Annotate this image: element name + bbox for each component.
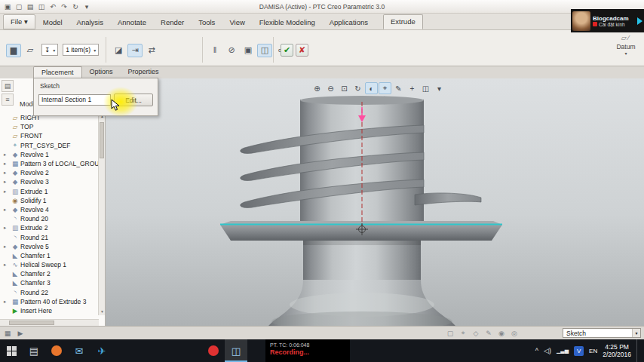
- panel-tab-placement[interactable]: Placement: [33, 66, 82, 78]
- expand-arrow-icon[interactable]: ▸: [4, 179, 11, 185]
- tree-item-revolve-3[interactable]: ▸◆Revolve 3: [0, 177, 98, 186]
- expand-arrow-icon[interactable]: ▸: [4, 207, 11, 213]
- select-annotations-icon[interactable]: ✎: [483, 328, 494, 338]
- 3d-model-viewport[interactable]: [106, 78, 644, 326]
- qat-more-icon[interactable]: ▾: [82, 3, 91, 11]
- datum-axis-tool-icon[interactable]: ⁄: [628, 34, 631, 41]
- more-views-icon[interactable]: ▾: [433, 82, 446, 94]
- thicken-sketch-icon[interactable]: ⇥: [127, 44, 143, 57]
- datum-group[interactable]: ▱⁄ Datum ▾: [612, 34, 639, 56]
- graphics-area[interactable]: ⊕⊖⊡↻◐⌖✎+◫▾: [106, 78, 644, 326]
- tree-item-chamfer-3[interactable]: ◣Chamfer 3: [0, 278, 98, 287]
- depth-value-field[interactable]: 1 item(s) ▾: [63, 44, 99, 56]
- unikey-input-icon[interactable]: V: [574, 346, 584, 356]
- edit-sketch-button[interactable]: Edit...: [114, 94, 153, 106]
- spin-center-icon[interactable]: +: [406, 82, 419, 94]
- tree-item-extrude-2[interactable]: ▸▥Extrude 2: [0, 223, 98, 232]
- no-preview-icon[interactable]: ⊘: [224, 44, 239, 57]
- new-icon[interactable]: ▢: [14, 3, 23, 11]
- tree-item-helical-sweep-1[interactable]: ▸∿Helical Sweep 1: [0, 260, 98, 269]
- display-style-icon[interactable]: ◐: [365, 82, 378, 94]
- tree-view-icon[interactable]: ▤: [2, 80, 14, 92]
- tree-item-revolve-1[interactable]: ▸◆Revolve 1: [0, 150, 98, 159]
- datum-plane-tool-icon[interactable]: ▱: [621, 34, 628, 41]
- expand-arrow-icon[interactable]: ▸: [4, 152, 11, 158]
- start-button[interactable]: [0, 339, 23, 362]
- expand-arrow-icon[interactable]: ▸: [4, 170, 11, 176]
- depth-type-dropdown[interactable]: ↧ ▾: [41, 44, 58, 56]
- scroll-down-icon[interactable]: ▼: [99, 308, 106, 315]
- annotation-display-icon[interactable]: ✎: [392, 82, 405, 94]
- horizontal-scrollbar[interactable]: [0, 319, 99, 326]
- datum-display-icon[interactable]: ⌖: [379, 82, 391, 94]
- record-app-icon[interactable]: [202, 339, 225, 362]
- tab-tools[interactable]: Tools: [192, 16, 222, 29]
- remove-material-icon[interactable]: ◪: [111, 44, 126, 57]
- show-desktop-button[interactable]: [636, 339, 639, 362]
- save-icon[interactable]: ◫: [37, 3, 46, 11]
- tree-item-pattern-40-of-extrude-3[interactable]: ▸▦Pattern 40 of Extrude 3: [0, 297, 98, 306]
- tree-item-revolve-4[interactable]: ▸◆Revolve 4: [0, 205, 98, 214]
- model-tree-toggle-icon[interactable]: ▦: [2, 328, 13, 338]
- refit-icon[interactable]: ⊡: [338, 82, 351, 94]
- tree-item-extrude-1[interactable]: ▸▥Extrude 1: [0, 187, 98, 196]
- tree-item-prt-csys-def[interactable]: ⌖PRT_CSYS_DEF: [0, 141, 98, 150]
- file-explorer-icon[interactable]: ▤: [23, 339, 45, 362]
- tree-item-chamfer-1[interactable]: ◣Chamfer 1: [0, 251, 98, 260]
- tab-extrude[interactable]: Extrude: [383, 14, 423, 29]
- tab-analysis[interactable]: Analysis: [70, 16, 110, 29]
- tree-item-solidify-1[interactable]: ◉Solidify 1: [0, 196, 98, 205]
- capture-app-icon[interactable]: ◫: [225, 339, 247, 362]
- tree-item-chamfer-2[interactable]: ◣Chamfer 2: [0, 269, 98, 278]
- messenger-icon[interactable]: ✈: [90, 339, 113, 362]
- find-icon[interactable]: ◉: [496, 328, 507, 338]
- tree-item-pattern-3-of-local-group[interactable]: ▸▦Pattern 3 of LOCAL_GROUP: [0, 159, 98, 168]
- tree-item-top[interactable]: ▱TOP: [0, 122, 98, 131]
- tab-model[interactable]: Model: [36, 16, 69, 29]
- selection-filter-dropdown[interactable]: Sketch ▾: [563, 328, 641, 338]
- ok-button[interactable]: ✔: [281, 44, 293, 57]
- panel-tab-properties[interactable]: Properties: [121, 66, 167, 78]
- language-indicator[interactable]: EN: [589, 348, 597, 354]
- tab-render[interactable]: Render: [154, 16, 191, 29]
- tab-applications[interactable]: Applications: [323, 16, 375, 29]
- select-quilts-icon[interactable]: ◇: [471, 328, 481, 338]
- select-geometry-icon[interactable]: ▢: [445, 328, 455, 338]
- zoom-in-icon[interactable]: ⊕: [311, 82, 324, 94]
- tray-chevron-icon[interactable]: ^: [535, 347, 538, 354]
- tree-item-round-21[interactable]: ◝Round 21: [0, 232, 98, 241]
- mail-icon[interactable]: ✉: [68, 339, 90, 362]
- scrollbar-thumb[interactable]: [100, 122, 104, 158]
- expand-arrow-icon[interactable]: ▸: [4, 244, 11, 250]
- flip-direction-icon[interactable]: ⇄: [144, 44, 159, 57]
- expand-arrow-icon[interactable]: ▸: [4, 225, 11, 231]
- expand-arrow-icon[interactable]: ▸: [4, 299, 11, 305]
- zoom-out-icon[interactable]: ⊖: [324, 82, 337, 94]
- firefox-icon[interactable]: [45, 339, 68, 362]
- network-icon[interactable]: ▁▃▅: [557, 348, 569, 354]
- tree-item-revolve-2[interactable]: ▸◆Revolve 2: [0, 168, 98, 177]
- undo-icon[interactable]: ↶: [48, 3, 57, 11]
- search-icon[interactable]: ◎: [509, 328, 520, 338]
- cancel-button[interactable]: ✘: [296, 44, 308, 57]
- scrollbar-thumb[interactable]: [9, 321, 54, 325]
- vertical-scrollbar[interactable]: ▲ ▼: [98, 113, 105, 315]
- open-icon[interactable]: ▤: [26, 3, 35, 11]
- view-manager-icon[interactable]: ◫: [419, 82, 432, 94]
- expand-arrow-icon[interactable]: ▸: [4, 262, 11, 268]
- select-datums-icon[interactable]: ⌖: [458, 328, 468, 338]
- bottle-neck-model[interactable]: [220, 96, 502, 326]
- browser-toggle-icon[interactable]: ▶: [15, 328, 26, 338]
- tree-item-round-22[interactable]: ◝Round 22: [0, 288, 98, 297]
- expand-arrow-icon[interactable]: ▸: [4, 189, 11, 195]
- unattached-preview-icon[interactable]: ▣: [241, 44, 256, 57]
- tree-item-insert-here[interactable]: ▶Insert Here: [0, 306, 98, 315]
- redo-icon[interactable]: ↷: [60, 3, 69, 11]
- tree-item-round-20[interactable]: ◝Round 20: [0, 214, 98, 223]
- repaint-icon[interactable]: ↻: [351, 82, 364, 94]
- tree-item-revolve-5[interactable]: ▸◆Revolve 5: [0, 242, 98, 251]
- regenerate-icon[interactable]: ↻: [71, 3, 80, 11]
- app-icon[interactable]: ▣: [3, 3, 12, 11]
- extrude-surface-icon[interactable]: ▱: [23, 44, 38, 57]
- tab-flexible-modeling[interactable]: Flexible Modeling: [253, 16, 322, 29]
